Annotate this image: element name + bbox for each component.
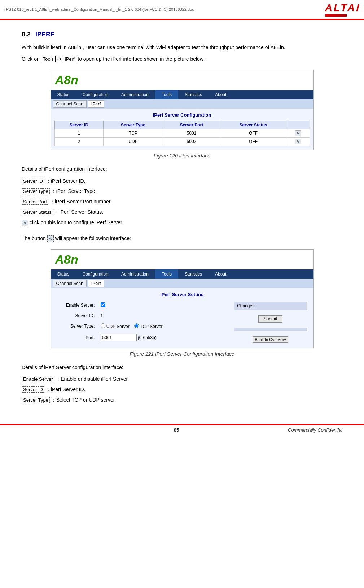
button-paragraph: The button ✎ will appear the following i…	[22, 234, 342, 242]
cell-edit-1[interactable]: ✎	[286, 129, 310, 138]
server-id-label: Server ID:	[54, 311, 98, 320]
nav-about-1[interactable]: About	[209, 90, 233, 99]
button-intro: The button	[22, 235, 46, 241]
config-table-1: Server ID Server Type Server Port Server…	[54, 121, 310, 146]
udp-radio[interactable]	[101, 323, 105, 328]
tcp-radio[interactable]	[134, 323, 139, 328]
nav-administration-2[interactable]: Administration	[115, 269, 155, 279]
def2-server-type: Server Type ：Select TCP or UDP server.	[22, 396, 342, 404]
cell-edit-2[interactable]: ✎	[286, 138, 310, 146]
port-range: (0-65535)	[138, 335, 157, 340]
document-footer: 85 Commercially Confidential	[0, 424, 364, 435]
col-server-port: Server Port	[163, 121, 220, 129]
iperf-label: iPerf	[63, 56, 76, 62]
section-heading: 8.2 IPERF	[22, 31, 342, 38]
def2-server-id: Server ID ：iPerf Server ID.	[22, 385, 342, 394]
table-row: 2 UDP 5002 OFF ✎	[54, 138, 310, 146]
desc-server-type: ：iPerf Server Type.	[51, 188, 97, 194]
term-server-port: Server Port	[22, 199, 48, 205]
nav-configuration-1[interactable]: Configuration	[76, 90, 115, 99]
nav-statistics-2[interactable]: Statistics	[178, 269, 209, 279]
table-title-1: iPerf Server Configuration	[54, 112, 310, 118]
nav-configuration-2[interactable]: Configuration	[76, 269, 115, 279]
nav-about-2[interactable]: About	[209, 269, 233, 279]
figure-2-caption: Figure 121 iPerf Server Configuration In…	[22, 351, 342, 357]
para2-suffix: to open up the iPerf interface shown in …	[78, 56, 209, 62]
cell-status-1: OFF	[220, 129, 286, 138]
web-ui-1: A8n Status Configuration Administration …	[51, 70, 314, 150]
desc-icon: click on this icon to configure iPerf Se…	[30, 220, 123, 225]
nav-tools-2[interactable]: Tools	[155, 269, 178, 279]
edit-icon-1[interactable]: ✎	[295, 130, 301, 136]
def-server-type: Server Type ：iPerf Server Type.	[22, 187, 342, 195]
cell-port-1: 5001	[163, 129, 220, 138]
figure-1-container: A8n Status Configuration Administration …	[22, 70, 342, 159]
section-title: IPERF	[35, 31, 54, 38]
term-server-status: Server Status	[22, 209, 53, 215]
term-server-id: Server ID	[22, 178, 44, 184]
col-server-id: Server ID	[54, 121, 104, 129]
config-icon[interactable]: ✎	[22, 220, 28, 226]
button-suffix: will appear the following interface:	[55, 235, 131, 241]
setting-row-enable: Enable Server: Changes Submit	[54, 300, 310, 311]
back-to-overview-button[interactable]: Back to Overview	[253, 336, 289, 343]
desc-server-port: ：iPerf Server Port number.	[50, 199, 112, 204]
nav-tools-1[interactable]: Tools	[155, 90, 178, 99]
col-server-status: Server Status	[220, 121, 286, 129]
tools-label: Tools	[41, 56, 56, 62]
server-type-value: UDP Server TCP Server	[98, 321, 227, 332]
figure-2-container: A8n Status Configuration Administration …	[22, 249, 342, 357]
details-intro: Details of iPerf configuration interface…	[22, 165, 342, 173]
tcp-label: TCP Server	[140, 324, 162, 329]
server-setting-area: iPerf Server Setting Enable Server: Chan…	[51, 288, 313, 348]
term2-enable-server: Enable Server	[22, 376, 54, 382]
cell-type-1: TCP	[104, 129, 163, 138]
sub-nav-1: Channel Scan iPerf	[51, 99, 313, 109]
cell-port-2: 5002	[163, 138, 220, 146]
changes-label: Changes	[237, 303, 303, 308]
page-content: 8.2 IPERF With build-in iPerf in A8Ein，u…	[0, 20, 364, 417]
table-row: 1 TCP 5001 OFF ✎	[54, 129, 310, 138]
nav-status-2[interactable]: Status	[51, 269, 76, 279]
button-icon[interactable]: ✎	[47, 235, 54, 242]
changes-panel-bottom	[234, 328, 307, 331]
subnav-iperf-1[interactable]: iPerf	[88, 100, 104, 108]
port-label: Port:	[54, 332, 98, 344]
def-server-port: Server Port ：iPerf Server Port number.	[22, 198, 342, 206]
port-value: (0-65535)	[98, 332, 227, 344]
server-id-value: 1	[98, 311, 227, 320]
logo-area: ALTAI	[325, 2, 360, 17]
def-server-status: Server Status ：iPerf Server Status.	[22, 208, 342, 216]
udp-radio-label: UDP Server	[101, 324, 131, 329]
nav-administration-1[interactable]: Administration	[115, 90, 155, 99]
web-ui-2: A8n Status Configuration Administration …	[51, 249, 314, 348]
nav-status-1[interactable]: Status	[51, 90, 76, 99]
port-input[interactable]	[101, 334, 137, 341]
def2-enable-server: Enable Server ：Enable or disable iPerf S…	[22, 375, 342, 383]
page-number: 85	[65, 427, 288, 433]
a8n-logo-2: A8n	[51, 250, 313, 269]
tcp-radio-label: TCP Server	[134, 324, 163, 329]
subnav-channelscan-2[interactable]: Channel Scan	[53, 280, 87, 287]
paragraph-1: With build-in iPerf in A8Ein，user can us…	[22, 43, 342, 51]
setting-title: iPerf Server Setting	[54, 292, 310, 297]
section-number: 8.2	[22, 31, 31, 38]
term-server-type: Server Type	[22, 188, 50, 194]
nav-statistics-1[interactable]: Statistics	[178, 90, 209, 99]
col-action	[286, 121, 310, 129]
subnav-iperf-2[interactable]: iPerf	[88, 280, 104, 287]
submit-button[interactable]: Submit	[258, 315, 282, 323]
logo-bar	[325, 14, 347, 17]
desc2-server-type: ：Select TCP or UDP server.	[51, 397, 116, 403]
enable-server-checkbox[interactable]	[101, 302, 105, 307]
paragraph-2: Click on Tools -> iPerf to open up the i…	[22, 55, 342, 63]
server-type-label: Server Type:	[54, 321, 98, 332]
altai-logo: ALTAI	[325, 2, 360, 14]
edit-icon-2[interactable]: ✎	[295, 139, 301, 144]
details2-intro: Details of iPerf Server configuration in…	[22, 363, 342, 371]
desc-server-status: ：iPerf Server Status.	[54, 209, 103, 215]
cell-type-2: UDP	[104, 138, 163, 146]
nav-bar-2: Status Configuration Administration Tool…	[51, 269, 313, 279]
cell-status-2: OFF	[220, 138, 286, 146]
subnav-channelscan-1[interactable]: Channel Scan	[53, 100, 87, 108]
